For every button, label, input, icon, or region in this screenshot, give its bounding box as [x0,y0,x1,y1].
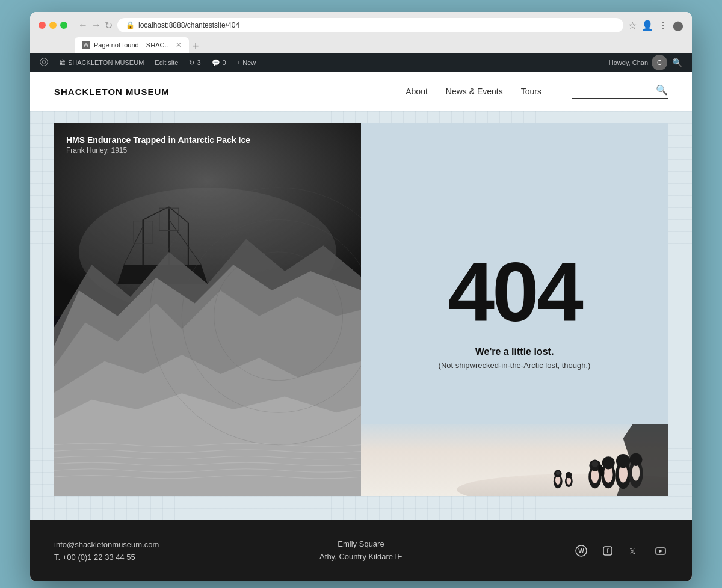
browser-nav-buttons: ← → ↻ [78,20,113,31]
wp-site-name-item[interactable]: 🏛 SHACKLETON MUSEUM [54,53,149,72]
wp-updates-icon: ↻ [189,59,194,67]
photo-credit: Frank Hurley, 1915 [66,146,250,155]
antarctic-svg [54,123,361,496]
wp-admin-bar-right: Howdy, Chan C 🔍 [605,55,687,70]
browser-tab[interactable]: W Page not found – SHACKLETO… ✕ [75,37,189,53]
search-input[interactable] [572,85,656,94]
reload-button[interactable]: ↻ [105,20,113,31]
footer-address-line2: Athy, Country Kildare IE [259,551,463,563]
site-logo[interactable]: SHACKLETON MUSEUM [54,87,170,97]
nav-tours[interactable]: Tours [521,87,542,96]
site-header: SHACKLETON MUSEUM About News & Events To… [30,72,692,111]
wp-edit-site-item[interactable]: Edit site [150,53,183,72]
error-info-panel: 404 We're a little lost. (Not shipwrecke… [361,123,668,496]
tab-close-button[interactable]: ✕ [176,41,182,49]
svg-point-35 [592,461,599,468]
wp-new-label: + New [237,59,256,66]
social-wordpress-icon[interactable]: W [574,544,588,558]
wp-site-name: SHACKLETON MUSEUM [68,59,144,66]
wp-new-item[interactable]: + New [232,53,261,72]
wp-logo-icon: ⓪ [40,57,48,68]
wp-comments-item[interactable]: 💬 0 [207,53,231,72]
browser-titlebar: ← → ↻ 🔒 localhost:8888/chantestsite/404 … [30,12,692,53]
traffic-lights [39,22,67,29]
penguin-scene [361,424,668,496]
account-icon[interactable]: 👤 [641,20,653,31]
nav-about[interactable]: About [406,87,428,96]
site-footer: info@shackletonmuseum.com T. +00 (0)1 22… [30,520,692,581]
url-text: localhost:8888/chantestsite/404 [138,21,239,29]
browser-window: ← → ↻ 🔒 localhost:8888/chantestsite/404 … [30,12,692,581]
error-message-main: We're a little lost. [439,346,591,357]
svg-point-31 [566,472,572,479]
search-submit-button[interactable]: 🔍 [656,84,668,96]
new-tab-button[interactable]: + [189,40,203,53]
site-search: 🔍 [572,84,668,99]
wp-updates-count: 3 [197,59,200,66]
address-bar[interactable]: 🔒 localhost:8888/chantestsite/404 [117,18,623,32]
maximize-button[interactable] [60,22,67,29]
wp-search-icon[interactable]: 🔍 [667,58,687,67]
penguin-2 [565,472,573,488]
social-facebook-icon[interactable]: f [600,544,615,558]
antarctic-scene [54,123,361,496]
svg-point-45 [629,453,642,466]
menu-icon[interactable]: ⋮ [658,20,668,31]
website-content: SHACKLETON MUSEUM About News & Events To… [30,72,692,581]
error-message-sub: (Not shipwrecked-in-the-Arctic lost, tho… [439,361,591,370]
wp-updates-item[interactable]: ↻ 3 [184,53,205,72]
wp-admin-bar: ⓪ 🏛 SHACKLETON MUSEUM Edit site ↻ 3 💬 0 … [30,53,692,72]
penguin-3 [588,460,601,489]
footer-phone: T. +00 (0)1 22 33 44 55 [54,553,135,562]
forward-button[interactable]: → [91,20,101,31]
page-wrapper: HMS Endurance Trapped in Antarctic Pack … [54,123,668,496]
penguin-5 [616,454,631,489]
main-content: HMS Endurance Trapped in Antarctic Pack … [30,111,692,520]
wp-logo-item[interactable]: ⓪ [35,53,53,72]
close-button[interactable] [39,22,46,29]
howdy-text: Howdy, Chan [605,59,652,66]
wp-comments-count: 0 [223,59,226,66]
footer-contact: info@shackletonmuseum.com T. +00 (0)1 22… [54,540,259,562]
footer-address: Emily Square Athy, Country Kildare IE [259,538,463,563]
svg-text:𝕏: 𝕏 [629,547,635,556]
svg-point-42 [616,454,630,468]
photo-caption: HMS Endurance Trapped in Antarctic Pack … [66,135,250,155]
footer-address-line1: Emily Square [259,538,463,551]
wp-edit-site-label: Edit site [155,59,178,66]
error-message: We're a little lost. (Not shipwrecked-in… [439,346,591,370]
svg-point-38 [602,456,615,469]
footer-social: W f 𝕏 [463,544,668,558]
bookmark-icon[interactable]: ☆ [628,20,637,31]
error-code: 404 [448,250,581,334]
photo-title: HMS Endurance Trapped in Antarctic Pack … [66,135,250,145]
svg-point-28 [556,471,560,475]
extensions-icon[interactable]: ⬤ [673,20,683,31]
social-youtube-icon[interactable] [653,544,668,558]
tab-favicon: W [82,41,90,49]
footer-email-link[interactable]: info@shackletonmuseum.com [54,540,259,549]
svg-marker-52 [659,550,663,553]
penguin-6 [629,453,643,488]
wp-avatar[interactable]: C [652,55,667,70]
browser-controls: ← → ↻ 🔒 localhost:8888/chantestsite/404 … [39,18,683,32]
tab-title: Page not found – SHACKLETO… [94,41,172,49]
penguin-1 [554,470,563,489]
lock-icon: 🔒 [126,21,135,29]
social-twitter-icon[interactable]: 𝕏 [627,544,641,558]
back-button[interactable]: ← [78,20,88,31]
wp-comments-icon: 💬 [212,59,220,67]
wp-site-icon: 🏛 [59,59,66,66]
svg-point-44 [632,464,640,481]
minimize-button[interactable] [49,22,57,29]
error-page: HMS Endurance Trapped in Antarctic Pack … [54,123,668,496]
avatar-initial: C [657,59,662,66]
svg-text:f: f [606,548,609,554]
svg-text:W: W [578,548,584,554]
error-photo-panel: HMS Endurance Trapped in Antarctic Pack … [54,123,361,496]
site-nav: About News & Events Tours 🔍 [406,84,668,99]
penguin-svg [361,424,668,496]
nav-news-events[interactable]: News & Events [446,87,503,96]
address-bar-actions: ☆ 👤 ⋮ ⬤ [628,20,683,31]
